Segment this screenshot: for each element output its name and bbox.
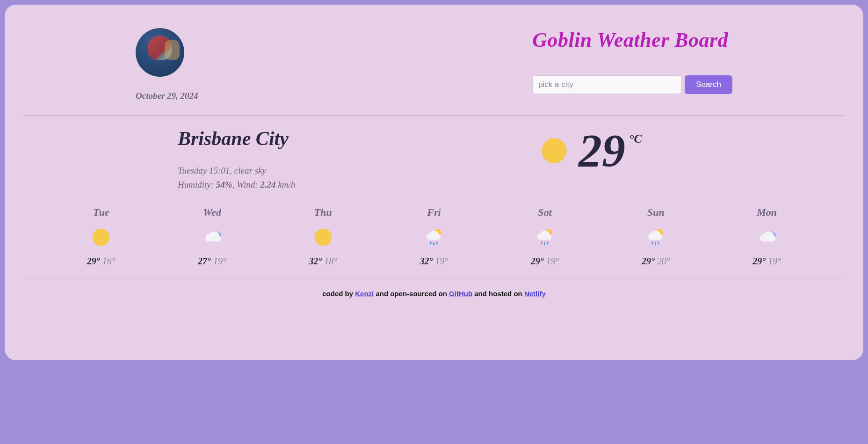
header-right: Goblin Weather Board Search xyxy=(532,28,732,94)
header-row: October 29, 2024 Goblin Weather Board Se… xyxy=(23,19,845,110)
avatar xyxy=(136,28,184,77)
forecast-hi: 27° xyxy=(198,256,213,266)
forecast-day: Tue29° 16° xyxy=(51,206,151,267)
sun-icon xyxy=(313,227,333,247)
forecast-day-name: Sat xyxy=(538,206,552,218)
weather-card: October 29, 2024 Goblin Weather Board Se… xyxy=(5,5,863,360)
time-condition: Tuesday 15:01, clear sky xyxy=(178,164,483,178)
forecast-day-name: Tue xyxy=(93,206,109,218)
cloud-icon xyxy=(202,227,223,247)
current-date: October 29, 2024 xyxy=(136,91,198,101)
forecast-day-name: Sun xyxy=(647,206,665,218)
forecast-hi: 29° xyxy=(87,256,102,266)
page-title: Goblin Weather Board xyxy=(532,28,728,52)
forecast-day: Fri32° 19° xyxy=(384,206,484,267)
time-text: Tuesday 15:01, xyxy=(178,166,234,175)
rain-sun-icon xyxy=(424,227,444,247)
forecast-hi: 32° xyxy=(420,256,435,266)
footer: coded by Kenzi and open-sourced on GitHu… xyxy=(23,278,845,298)
forecast-temps: 29° 19° xyxy=(752,256,781,267)
sun-icon xyxy=(91,227,111,247)
forecast-temps: 29° 16° xyxy=(87,256,116,267)
rain-sun-icon xyxy=(645,227,666,247)
forecast-day-name: Wed xyxy=(203,206,221,218)
header-left: October 29, 2024 xyxy=(136,28,198,101)
forecast-day-name: Fri xyxy=(427,206,441,218)
forecast-day: Sun29° 20° xyxy=(606,206,706,267)
forecast-day: Wed27° 19° xyxy=(162,206,262,267)
forecast-lo: 19° xyxy=(213,256,226,266)
city-name: Brisbane City xyxy=(178,127,483,150)
forecast-temps: 32° 18° xyxy=(309,256,337,267)
sun-icon xyxy=(539,136,569,166)
search-form: Search xyxy=(532,75,732,94)
repo-link[interactable]: GitHub xyxy=(449,290,472,298)
forecast-temps: 32° 19° xyxy=(420,256,448,267)
current-left: Brisbane City Tuesday 15:01, clear sky H… xyxy=(23,127,483,192)
forecast-hi: 29° xyxy=(752,256,768,266)
forecast-lo: 19° xyxy=(435,256,448,266)
forecast-temps: 27° 19° xyxy=(198,256,226,267)
forecast-temps: 29° 20° xyxy=(642,256,670,267)
author-link[interactable]: Kenzi xyxy=(355,290,374,298)
divider xyxy=(23,115,845,116)
city-search-input[interactable] xyxy=(532,75,682,94)
condition-text: clear sky xyxy=(234,166,266,175)
forecast-day: Mon29° 19° xyxy=(717,206,817,267)
humidity-wind: Humidity: 54%, Wind: 2.24 km/h xyxy=(178,178,483,192)
forecast-hi: 29° xyxy=(531,256,546,266)
forecast-lo: 20° xyxy=(657,256,670,266)
forecast-hi: 32° xyxy=(309,256,324,266)
forecast-lo: 18° xyxy=(324,256,337,266)
footer-t1: coded by xyxy=(322,290,355,298)
footer-t2: and open-sourced on xyxy=(374,290,449,298)
host-link[interactable]: Netlify xyxy=(524,290,546,298)
forecast-lo: 16° xyxy=(102,256,116,266)
cloud-icon xyxy=(757,227,777,247)
forecast-day: Sat29° 19° xyxy=(495,206,595,267)
temp-unit: °C xyxy=(629,132,642,146)
forecast-temps: 29° 19° xyxy=(531,256,559,267)
wind-value: 2.24 xyxy=(260,180,275,189)
footer-t3: and hosted on xyxy=(472,290,524,298)
forecast-day: Thu32° 18° xyxy=(273,206,373,267)
forecast-lo: 19° xyxy=(546,256,559,266)
rain-sun-icon xyxy=(535,227,555,247)
wind-label: , Wind: xyxy=(232,180,260,189)
current-right: 29 °C xyxy=(483,127,845,174)
forecast-row: Tue29° 16°Wed27° 19°Thu32° 18°Fri32° 19°… xyxy=(23,206,845,278)
current-temp: 29 xyxy=(579,127,625,174)
forecast-day-name: Mon xyxy=(757,206,777,218)
humidity-label: Humidity: xyxy=(178,180,216,189)
humidity-value: 54% xyxy=(216,180,232,189)
wind-unit: km/h xyxy=(276,180,296,189)
current-weather: Brisbane City Tuesday 15:01, clear sky H… xyxy=(23,127,845,206)
search-button[interactable]: Search xyxy=(685,75,732,94)
forecast-day-name: Thu xyxy=(314,206,332,218)
forecast-lo: 19° xyxy=(768,256,781,266)
forecast-hi: 29° xyxy=(642,256,657,266)
